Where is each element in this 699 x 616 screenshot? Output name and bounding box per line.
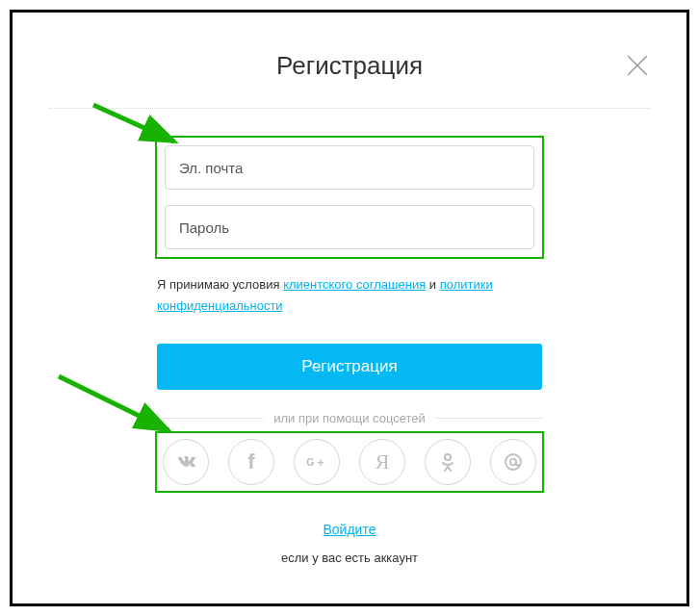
svg-point-8 [510,459,516,465]
highlight-box-inputs [155,136,544,259]
facebook-icon: f [247,449,254,475]
client-agreement-link[interactable]: клиентского соглашения [283,277,426,292]
submit-button[interactable]: Регистрация [157,344,542,390]
vk-icon [174,450,197,474]
terms-prefix: Я принимаю условия [157,277,283,292]
odnoklassniki-icon [436,450,459,474]
terms-mid: и [426,277,440,292]
social-google-plus[interactable]: G [294,439,340,485]
sep-line-right [435,418,542,419]
login-link[interactable]: Войдите [157,522,542,537]
social-yandex[interactable]: Я [359,439,405,485]
svg-point-6 [445,454,451,460]
registration-modal: Регистрация Я принимаю условия кл [10,10,689,606]
social-odnoklassniki[interactable] [425,439,471,485]
social-separator-text: или при помощи соцсетей [273,411,426,425]
close-button[interactable] [625,53,650,78]
social-mailru[interactable] [490,439,536,485]
terms-text: Я принимаю условия клиентского соглашени… [157,274,542,317]
svg-line-9 [59,376,168,430]
social-separator: или при помощи соцсетей [157,411,542,425]
have-account-text: если у вас есть аккаунт [157,551,542,565]
close-icon [625,53,650,78]
mailru-icon [502,450,525,474]
yandex-icon: Я [375,449,390,475]
email-input[interactable] [165,145,534,190]
google-plus-icon: G [305,450,328,474]
svg-point-7 [505,454,521,470]
modal-header: Регистрация [13,13,686,81]
modal-title: Регистрация [13,51,686,81]
highlight-box-social: f G Я [155,431,544,493]
annotation-arrow-2 [51,369,186,446]
svg-text:G: G [306,456,314,468]
social-facebook[interactable]: f [228,439,274,485]
password-input[interactable] [165,205,534,249]
social-vk[interactable] [163,439,209,485]
